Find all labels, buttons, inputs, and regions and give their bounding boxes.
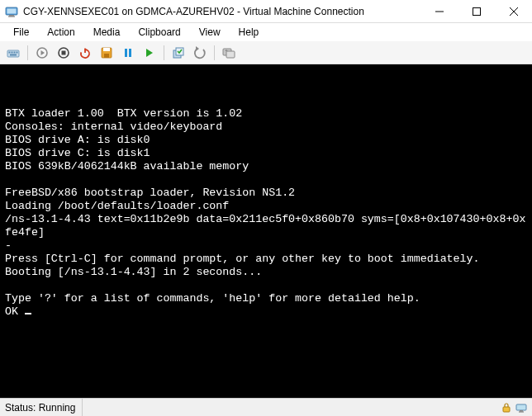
console-output: BTX loader 1.00 BTX version is 1.02 Cons…	[5, 107, 525, 305]
start-icon	[36, 46, 49, 59]
svg-rect-33	[520, 410, 523, 412]
svg-rect-31	[503, 407, 510, 412]
revert-button[interactable]	[190, 43, 210, 63]
svg-rect-12	[17, 51, 18, 53]
ctrl-alt-del-button[interactable]	[3, 43, 23, 63]
close-button[interactable]	[495, 0, 532, 23]
toolbar-separator	[214, 45, 215, 60]
status-right	[501, 402, 527, 414]
menu-media[interactable]: Media	[85, 25, 129, 40]
svg-rect-1	[7, 8, 17, 13]
vm-console[interactable]: BTX loader 1.00 BTX version is 1.02 Cons…	[0, 64, 532, 398]
window-title: CGY-XENNSEXEC01 on GDMCA-AZUREHV02 - Vir…	[23, 6, 364, 17]
checkpoint-button[interactable]	[169, 43, 188, 63]
security-icon	[501, 402, 512, 414]
turnoff-icon	[57, 46, 70, 59]
ctrl-alt-del-icon	[7, 46, 20, 59]
status-left: Status: Running	[5, 399, 83, 416]
svg-rect-10	[12, 51, 13, 53]
svg-rect-11	[14, 51, 16, 53]
shutdown-icon	[78, 46, 92, 59]
minimize-button[interactable]	[420, 0, 458, 23]
pause-icon	[121, 46, 135, 59]
svg-rect-2	[9, 15, 14, 17]
save-icon	[100, 46, 113, 59]
svg-rect-34	[519, 411, 524, 412]
svg-rect-23	[125, 49, 127, 57]
titlebar: CGY-XENNSEXEC01 on GDMCA-AZUREHV02 - Vir…	[0, 0, 532, 23]
cursor-icon	[25, 313, 31, 314]
toolbar	[0, 41, 532, 64]
svg-marker-28	[196, 46, 199, 51]
start-button[interactable]	[32, 43, 52, 63]
svg-rect-3	[8, 16, 15, 17]
checkpoint-icon	[172, 46, 185, 59]
menu-action[interactable]: Action	[39, 25, 83, 40]
svg-rect-24	[129, 49, 131, 57]
share-icon	[222, 46, 235, 59]
svg-rect-17	[62, 50, 66, 54]
toolbar-separator	[164, 45, 164, 60]
menu-view[interactable]: View	[191, 25, 229, 40]
menu-file[interactable]: File	[5, 25, 37, 40]
menu-help[interactable]: Help	[230, 25, 268, 40]
display-config-icon	[515, 402, 527, 414]
svg-marker-25	[146, 49, 153, 57]
svg-marker-15	[41, 50, 45, 55]
revert-icon	[193, 46, 207, 59]
resume-icon	[143, 46, 156, 59]
menu-clipboard[interactable]: Clipboard	[130, 25, 188, 40]
svg-rect-21	[103, 48, 110, 51]
console-prompt: OK	[5, 305, 25, 318]
svg-rect-13	[10, 54, 17, 55]
toolbar-separator	[27, 45, 28, 60]
svg-rect-5	[473, 7, 480, 15]
svg-rect-30	[226, 51, 235, 58]
enhanced-session-button[interactable]	[219, 43, 239, 63]
save-button[interactable]	[97, 43, 116, 63]
svg-rect-9	[9, 51, 11, 53]
app-icon	[5, 5, 18, 18]
svg-rect-8	[7, 50, 19, 57]
svg-rect-22	[104, 54, 109, 58]
svg-rect-32	[516, 404, 526, 410]
reset-button[interactable]	[140, 43, 159, 63]
titlebar-left: CGY-XENNSEXEC01 on GDMCA-AZUREHV02 - Vir…	[0, 5, 364, 18]
menubar: File Action Media Clipboard View Help	[0, 23, 532, 41]
pause-button[interactable]	[118, 43, 138, 63]
statusbar: Status: Running	[0, 398, 532, 416]
turnoff-button[interactable]	[54, 43, 74, 63]
maximize-button[interactable]	[458, 0, 495, 23]
window-controls	[420, 0, 532, 23]
shutdown-button[interactable]	[75, 43, 95, 63]
status-text: Status: Running	[5, 399, 83, 416]
